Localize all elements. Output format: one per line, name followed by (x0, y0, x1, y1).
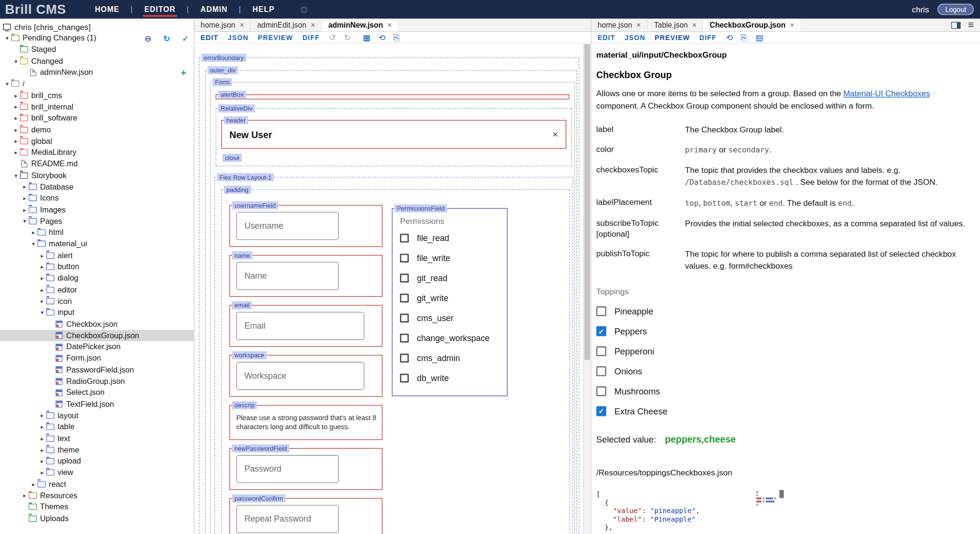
component-alert-box[interactable]: alertBox (216, 94, 570, 99)
gear-icon[interactable]: ⚙ (300, 3, 309, 15)
tree-arrow-icon[interactable]: ▸ (38, 424, 46, 430)
redo-icon[interactable]: ↻ (344, 33, 351, 41)
panel-menu-icon[interactable]: ≡ (968, 20, 974, 30)
permission-option-git-read[interactable]: git_read (400, 268, 507, 288)
component-flex-row-layout[interactable]: Flex Row Layout-1 padding usernameFieldn… (214, 177, 573, 534)
chip-alert-box[interactable]: alertBox (218, 91, 246, 99)
preview-tab-checkboxgroup-json[interactable]: CheckboxGroup.json× (703, 19, 801, 31)
chip-permissions-field[interactable]: PermissionsField (394, 204, 447, 212)
component-form[interactable]: Form alertBox RelativeDiv header New Use… (210, 82, 575, 534)
tree-item-select-json[interactable]: Select.json (0, 387, 194, 398)
preview-tab-home-json[interactable]: home.json× (591, 19, 648, 31)
minimap-slider[interactable] (779, 490, 784, 498)
tree-arrow-icon[interactable]: ▸ (30, 230, 38, 236)
chip-error-boundary[interactable]: errorBoundary (201, 54, 246, 62)
chip-flex-row-layout[interactable]: Flex Row Layout-1 (217, 173, 274, 181)
tree-item-react[interactable]: ▸react (0, 478, 194, 490)
component-header[interactable]: header New User × (221, 120, 566, 149)
tree-arrow-icon[interactable]: ▾ (38, 310, 46, 316)
tree-arrow-icon[interactable]: ▸ (38, 470, 46, 476)
tree-arrow-icon[interactable]: ▸ (38, 435, 46, 442)
component-permissions-field[interactable]: PermissionsField Permissions file_readfi… (392, 208, 508, 396)
tree-arrow-icon[interactable]: ▸ (12, 127, 20, 133)
checkbox-unchecked-icon[interactable] (400, 334, 409, 343)
checkbox-unchecked-icon[interactable] (400, 374, 409, 383)
form-input-usernamefield[interactable] (236, 212, 339, 240)
tree-item-icons[interactable]: ▸Icons (0, 192, 194, 204)
tree-item-icon[interactable]: ▸icon (0, 295, 194, 307)
refresh-icon[interactable]: ↻ (163, 33, 170, 43)
checkbox-unchecked-icon[interactable] (400, 274, 409, 282)
tree-item-input[interactable]: ▾input (0, 307, 194, 318)
workspace-row[interactable]: chris [chris_changes] (0, 19, 194, 32)
tree-item-dialog[interactable]: ▸dialog (0, 272, 194, 284)
topping-option-pepperoni[interactable]: Pepperoni (596, 341, 971, 361)
form-input-email[interactable] (236, 312, 364, 340)
permission-option-cms-admin[interactable]: cms_admin (400, 348, 507, 368)
chip-header[interactable]: header (224, 116, 248, 124)
tree-item-text[interactable]: ▸text (0, 433, 194, 444)
topping-option-mushrooms[interactable]: Mushrooms (596, 381, 971, 401)
tree-arrow-icon[interactable]: ▸ (12, 138, 20, 144)
tree-arrow-icon[interactable]: ▸ (30, 481, 38, 487)
menu-admin[interactable]: ADMIN (199, 2, 229, 16)
component-email[interactable]: email (229, 305, 382, 347)
tree-item-radiogroup-json[interactable]: RadioGroup.json (0, 375, 194, 387)
permission-option-cms-user[interactable]: cms_user (400, 308, 507, 328)
form-input-passwordconfirm[interactable] (236, 505, 339, 533)
tree-item-pages[interactable]: ▾Pages (0, 215, 194, 227)
save-icon[interactable]: ⎘ (741, 33, 748, 41)
checkbox-unchecked-icon[interactable] (400, 234, 409, 242)
checkbox-unchecked-icon[interactable] (596, 386, 606, 396)
editor-tab-adminnew-json[interactable]: adminNew.json× (322, 19, 399, 31)
form-designer-canvas[interactable]: errorBoundary outer_div Form alertBox Re… (194, 44, 591, 534)
tree-item-database[interactable]: ▸Database (0, 181, 194, 192)
permission-option-file-read[interactable]: file_read (400, 228, 507, 248)
component-newpasswordfield[interactable]: newPasswordField (229, 448, 382, 490)
material-ui-checkboxes-link[interactable]: Material-UI Checkboxes (843, 89, 930, 98)
tree-item-pending-changes-1[interactable]: ▾Pending Changes (1)⊖↻✓ (0, 32, 194, 44)
tree-item-themes[interactable]: Themes (0, 501, 194, 513)
toolbar-diff-button[interactable]: DIFF (699, 34, 717, 41)
tree-item-global[interactable]: ▸global (0, 135, 194, 147)
tree-arrow-icon[interactable]: ▸ (12, 115, 20, 121)
chip-email[interactable]: email (232, 301, 252, 309)
toolbar-edit-button[interactable]: EDIT (597, 34, 615, 41)
tree-item-layout[interactable]: ▸layout (0, 410, 194, 421)
undo-icon[interactable]: ↺ (329, 33, 336, 41)
tree-item-checkboxgroup-json[interactable]: CheckboxGroup.json (0, 330, 194, 341)
close-tab-icon[interactable]: × (387, 20, 392, 29)
split-view-icon[interactable] (951, 21, 960, 28)
topping-option-onions[interactable]: Onions (596, 361, 971, 381)
toolbar-json-button[interactable]: JSON (625, 34, 645, 41)
toolbar-edit-button[interactable]: EDIT (201, 34, 218, 41)
close-tab-icon[interactable]: × (692, 20, 697, 29)
checkbox-checked-icon[interactable]: ✓ (596, 326, 606, 336)
tree-arrow-icon[interactable]: ▾ (12, 58, 20, 64)
tree-arrow-icon[interactable]: ▾ (3, 81, 11, 87)
component-name[interactable]: name (229, 255, 382, 297)
json-code-editor[interactable]: [ { "value": "pineapple", "label": "Pine… (596, 490, 787, 533)
menu-home[interactable]: HOME (94, 2, 121, 16)
permission-option-change-workspace[interactable]: change_workspace (400, 328, 507, 348)
tree-arrow-icon[interactable]: ▸ (38, 447, 46, 453)
tree-arrow-icon[interactable]: ▸ (12, 92, 20, 99)
tree-arrow-icon[interactable]: ▸ (38, 298, 46, 304)
commit-check-icon[interactable]: ✓ (182, 33, 189, 43)
permission-option-db-write[interactable]: db_write (400, 368, 507, 388)
checkbox-unchecked-icon[interactable] (400, 314, 409, 322)
chip-newpasswordfield[interactable]: newPasswordField (232, 444, 290, 453)
checkbox-unchecked-icon[interactable] (596, 366, 606, 376)
remove-circle-icon[interactable]: ⊖ (144, 33, 151, 43)
tree-arrow-icon[interactable]: ▸ (20, 195, 29, 202)
topping-option-pineapple[interactable]: Pineapple (596, 301, 971, 321)
tree-arrow-icon[interactable]: ▸ (38, 264, 46, 270)
tree-arrow-icon[interactable]: ▾ (12, 172, 20, 179)
chip-descrip[interactable]: descrip (232, 401, 257, 409)
tree-item-resources[interactable]: ▸Resources (0, 490, 194, 501)
tree-item-editor[interactable]: ▸editor (0, 284, 194, 295)
tree-item-changed[interactable]: ▾Changed (0, 55, 194, 67)
component-passwordconfirm[interactable]: passwordConfirm (229, 498, 382, 534)
tree-item-form-json[interactable]: Form.json (0, 353, 194, 364)
permission-option-file-write[interactable]: file_write (400, 248, 507, 268)
